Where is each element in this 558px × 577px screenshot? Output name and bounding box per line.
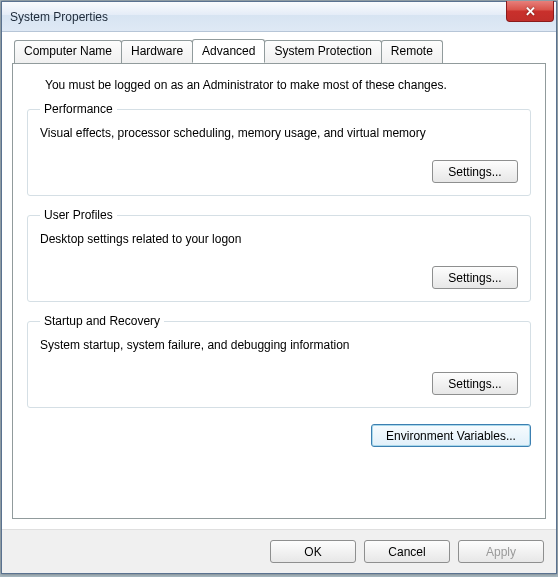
admin-notice: You must be logged on as an Administrato… — [27, 78, 531, 102]
group-startup-recovery: Startup and Recovery System startup, sys… — [27, 314, 531, 408]
group-performance: Performance Visual effects, processor sc… — [27, 102, 531, 196]
tab-strip: Computer Name Hardware Advanced System P… — [14, 40, 546, 63]
tab-system-protection[interactable]: System Protection — [264, 40, 381, 63]
group-startup-recovery-actions: Settings... — [40, 372, 518, 395]
startup-recovery-settings-button[interactable]: Settings... — [432, 372, 518, 395]
tab-remote[interactable]: Remote — [381, 40, 443, 63]
environment-variables-button[interactable]: Environment Variables... — [371, 424, 531, 447]
apply-button[interactable]: Apply — [458, 540, 544, 563]
tab-hardware[interactable]: Hardware — [121, 40, 193, 63]
cancel-button[interactable]: Cancel — [364, 540, 450, 563]
group-startup-recovery-legend: Startup and Recovery — [40, 314, 164, 328]
tab-advanced[interactable]: Advanced — [192, 39, 265, 63]
close-button[interactable]: ✕ — [506, 1, 554, 22]
group-performance-desc: Visual effects, processor scheduling, me… — [40, 126, 518, 140]
window-title: System Properties — [10, 10, 108, 24]
ok-button[interactable]: OK — [270, 540, 356, 563]
group-user-profiles-desc: Desktop settings related to your logon — [40, 232, 518, 246]
environment-variables-row: Environment Variables... — [27, 420, 531, 453]
dialog-button-row: OK Cancel Apply — [2, 529, 556, 573]
performance-settings-button[interactable]: Settings... — [432, 160, 518, 183]
titlebar[interactable]: System Properties ✕ — [2, 2, 556, 32]
group-startup-recovery-desc: System startup, system failure, and debu… — [40, 338, 518, 352]
group-performance-legend: Performance — [40, 102, 117, 116]
close-icon: ✕ — [525, 4, 536, 19]
system-properties-window: System Properties ✕ Computer Name Hardwa… — [1, 1, 557, 574]
group-user-profiles-legend: User Profiles — [40, 208, 117, 222]
group-performance-actions: Settings... — [40, 160, 518, 183]
group-user-profiles-actions: Settings... — [40, 266, 518, 289]
group-user-profiles: User Profiles Desktop settings related t… — [27, 208, 531, 302]
tab-panel-advanced: You must be logged on as an Administrato… — [12, 63, 546, 519]
user-profiles-settings-button[interactable]: Settings... — [432, 266, 518, 289]
client-area: Computer Name Hardware Advanced System P… — [2, 32, 556, 529]
tab-computer-name[interactable]: Computer Name — [14, 40, 122, 63]
